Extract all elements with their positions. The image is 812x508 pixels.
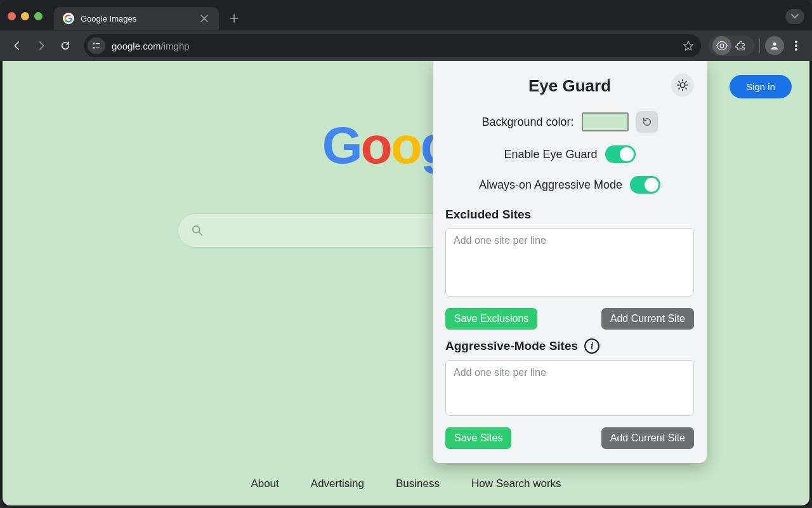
- background-color-label: Background color:: [481, 116, 573, 129]
- excluded-add-current-site-button[interactable]: Add Current Site: [601, 308, 694, 330]
- reset-icon: [641, 116, 653, 128]
- tab-search-button[interactable]: [785, 9, 804, 24]
- excluded-sites-title: Excluded Sites: [445, 208, 694, 222]
- popup-title: Eye Guard: [528, 76, 611, 96]
- theme-toggle-button[interactable]: [671, 74, 694, 97]
- bookmark-button[interactable]: [682, 39, 695, 52]
- sign-in-button[interactable]: Sign in: [730, 75, 792, 98]
- extensions-area: [709, 36, 754, 56]
- search-icon: [191, 224, 204, 237]
- svg-point-5: [724, 42, 726, 44]
- svg-point-8: [795, 44, 797, 47]
- save-exclusions-button[interactable]: Save Exclusions: [445, 308, 537, 330]
- url-host: google.com: [112, 41, 161, 51]
- eye-guard-extension-button[interactable]: [712, 36, 731, 55]
- svg-point-11: [680, 83, 685, 88]
- save-sites-button[interactable]: Save Sites: [445, 427, 511, 449]
- toolbar: google.com/imghp: [0, 30, 812, 61]
- extensions-button[interactable]: [731, 36, 750, 55]
- maximize-window-button[interactable]: [34, 12, 43, 20]
- profile-button[interactable]: [765, 36, 784, 55]
- footer-links: About Advertising Business How Search wo…: [251, 478, 561, 490]
- titlebar: Google Images: [0, 0, 812, 30]
- url-path: /imghp: [161, 41, 190, 51]
- browser-tab[interactable]: Google Images: [54, 7, 219, 30]
- forward-button[interactable]: [30, 35, 52, 57]
- svg-point-0: [93, 43, 95, 44]
- tab-title: Google Images: [81, 14, 192, 23]
- svg-rect-1: [96, 43, 100, 44]
- footer-business-link[interactable]: Business: [396, 478, 440, 490]
- svg-point-4: [720, 44, 724, 48]
- browser-menu-button[interactable]: [787, 36, 806, 55]
- browser-window: Google Images google.com/img: [0, 0, 812, 508]
- enable-eye-guard-toggle[interactable]: [605, 145, 636, 163]
- google-favicon-icon: [63, 13, 74, 24]
- footer-about-link[interactable]: About: [251, 478, 278, 490]
- sun-icon: [676, 79, 689, 91]
- svg-point-2: [93, 47, 95, 49]
- aggressive-add-current-site-button[interactable]: Add Current Site: [601, 427, 694, 449]
- info-icon[interactable]: i: [584, 338, 599, 354]
- aggressive-sites-title: Aggressive-Mode Sites: [445, 339, 578, 353]
- back-button[interactable]: [6, 35, 28, 57]
- aggressive-sites-textarea[interactable]: [445, 360, 694, 416]
- footer-how-search-works-link[interactable]: How Search works: [471, 478, 561, 490]
- aggressive-mode-label: Always-on Aggressive Mode: [479, 178, 622, 192]
- site-info-button[interactable]: [88, 37, 105, 54]
- enable-eye-guard-label: Enable Eye Guard: [504, 148, 597, 161]
- toolbar-divider: [759, 39, 760, 53]
- minimize-window-button[interactable]: [21, 12, 29, 20]
- url-text: google.com/imghp: [112, 41, 676, 51]
- eye-guard-popup: Eye Guard Background color: Enable Eye G…: [433, 61, 707, 463]
- address-bar[interactable]: google.com/imghp: [84, 34, 701, 57]
- new-tab-button[interactable]: [225, 10, 243, 27]
- close-window-button[interactable]: [8, 12, 16, 20]
- window-controls: [8, 11, 43, 20]
- svg-rect-3: [96, 48, 100, 48]
- aggressive-mode-toggle[interactable]: [630, 176, 660, 194]
- svg-point-9: [795, 48, 797, 51]
- svg-point-6: [773, 43, 776, 46]
- excluded-sites-textarea[interactable]: [445, 228, 694, 297]
- svg-point-7: [795, 41, 797, 43]
- reload-button[interactable]: [55, 35, 76, 57]
- footer-advertising-link[interactable]: Advertising: [311, 478, 364, 490]
- background-color-picker[interactable]: [582, 112, 629, 131]
- close-tab-button[interactable]: [199, 13, 210, 24]
- reset-color-button[interactable]: [636, 111, 658, 133]
- page-content: Sign in Google About Advertising Busines…: [3, 61, 809, 505]
